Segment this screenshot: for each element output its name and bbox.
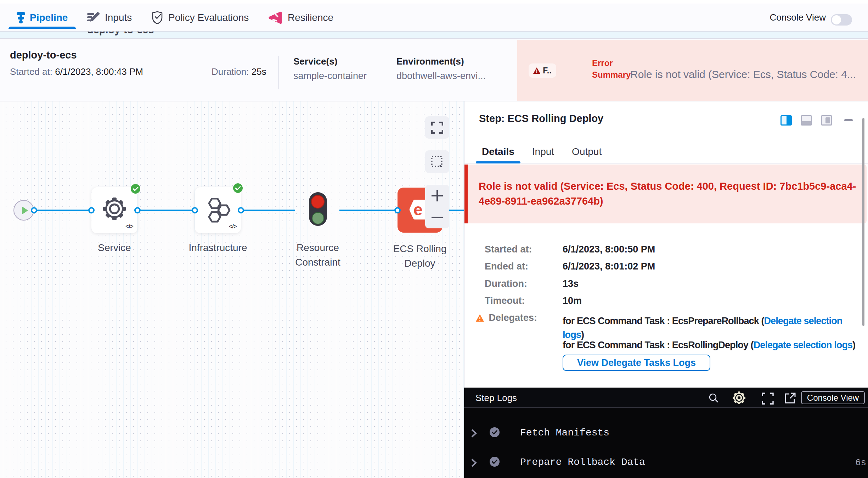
- svg-text:e: e: [413, 200, 423, 219]
